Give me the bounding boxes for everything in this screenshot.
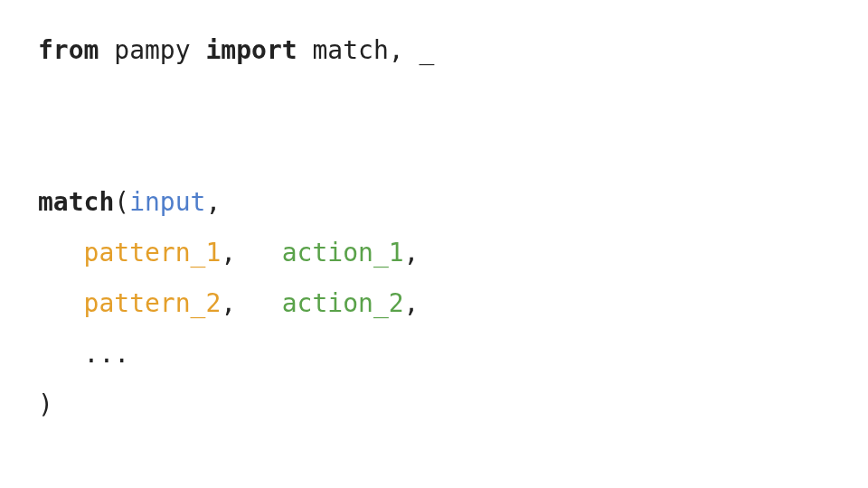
- code-block: from pampy import match, _ match(input, …: [0, 0, 868, 455]
- indent: [38, 238, 84, 267]
- comma: ,: [404, 238, 420, 267]
- import-names: match, _: [297, 35, 435, 65]
- indent: [38, 288, 84, 318]
- arg-pattern-2: pattern_2: [84, 288, 222, 318]
- arg-input: input: [129, 187, 205, 217]
- separator: ,: [221, 288, 281, 318]
- open-paren: (: [114, 187, 129, 217]
- arg-action-1: action_1: [282, 238, 404, 267]
- arg-pattern-1: pattern_1: [84, 238, 222, 267]
- keyword-from: from: [38, 35, 99, 65]
- comma: ,: [404, 288, 420, 318]
- arg-action-2: action_2: [282, 288, 404, 318]
- comma: ,: [205, 187, 221, 217]
- keyword-import: import: [205, 35, 297, 65]
- module-name: pampy: [99, 35, 205, 65]
- indent: [38, 339, 84, 369]
- ellipsis: ...: [84, 339, 130, 369]
- close-paren: ): [38, 389, 53, 419]
- separator: ,: [221, 238, 281, 267]
- function-match: match: [38, 187, 114, 217]
